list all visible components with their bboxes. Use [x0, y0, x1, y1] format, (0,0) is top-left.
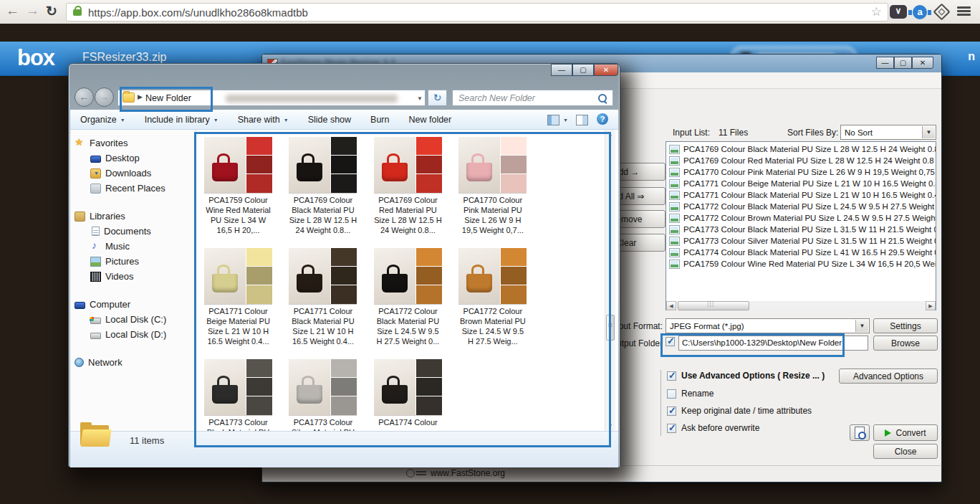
convert-button[interactable]: Convert: [873, 424, 938, 441]
pocket-icon[interactable]: ∨: [890, 5, 907, 19]
checkbox[interactable]: [667, 371, 676, 381]
file-list-row[interactable]: PCA1771 Colour Black Material PU Size L …: [667, 189, 936, 201]
sidebar-item[interactable]: Local Disk (D:): [70, 327, 196, 342]
url-text[interactable]: https://app.box.com/s/unudlkho286o8kmadt…: [88, 6, 308, 19]
scrollbar-thumb[interactable]: [606, 315, 615, 341]
explorer-forward-button[interactable]: →: [95, 87, 114, 107]
fs-maximize-button[interactable]: ▢: [894, 57, 912, 69]
explorer-close-button[interactable]: ✕: [594, 64, 618, 76]
checkbox[interactable]: [667, 389, 676, 399]
file-thumbnail[interactable]: PCA1773 Colour Black Material PU Size L …: [204, 359, 272, 431]
output-folder-field[interactable]: C:\Users\hp1000-1329\Desktop\New Folder: [678, 336, 868, 351]
advanced-options-button[interactable]: Advanced Options: [839, 369, 938, 384]
change-view-icon[interactable]: [547, 115, 559, 125]
output-format-dropdown[interactable]: JPEG Format (*.jpg) ▼: [666, 318, 870, 333]
sidebar-item[interactable]: Favorites: [70, 135, 196, 151]
sidebar-item[interactable]: Network: [70, 355, 196, 370]
preview-button[interactable]: [850, 424, 870, 441]
search-box[interactable]: Search New Folder: [452, 90, 613, 106]
refresh-button[interactable]: ↻: [428, 90, 447, 106]
sidebar-item[interactable]: Music: [70, 239, 196, 254]
explorer-maximize-button[interactable]: ▢: [572, 64, 594, 76]
file-thumbnail[interactable]: PCA1771 Colour Black Material PU Size L …: [289, 248, 357, 350]
sidebar-item[interactable]: Computer: [70, 297, 196, 312]
option-row[interactable]: Use Advanced Options ( Resize ... ): [667, 371, 825, 381]
scrollbar-thumb[interactable]: [678, 301, 749, 310]
scroll-down-icon[interactable]: ▼: [605, 421, 615, 431]
sidebar-item[interactable]: Downloads: [70, 166, 196, 181]
breadcrumb-arrow-icon[interactable]: ▶: [138, 93, 143, 100]
help-icon[interactable]: ?: [597, 113, 608, 125]
sidebar-item[interactable]: Recent Places: [70, 181, 196, 196]
chevron-down-icon[interactable]: ▼: [417, 95, 423, 102]
breadcrumb[interactable]: New Folder: [145, 93, 191, 103]
tag-icon[interactable]: [933, 3, 950, 20]
file-list-row[interactable]: PCA1772 Colour Black Material PU Size L …: [667, 201, 936, 212]
command-bar-item[interactable]: New folder ▼: [408, 115, 451, 125]
file-list-row[interactable]: PCA1759 Colour Wine Red Material PU Size…: [667, 258, 936, 270]
address-bar[interactable]: https://app.box.com/s/unudlkho286o8kmadt…: [66, 3, 888, 22]
browse-button[interactable]: Browse: [873, 336, 938, 351]
sidebar-item[interactable]: Local Disk (C:): [70, 312, 196, 327]
option-row[interactable]: Ask before overwrite: [667, 424, 759, 433]
option-row[interactable]: Rename: [667, 389, 714, 399]
file-list-row[interactable]: PCA1773 Colour Silver Material PU Size L…: [667, 235, 936, 247]
bookmark-star-icon[interactable]: ☆: [871, 4, 882, 19]
file-thumbnail[interactable]: PCA1772 Colour Black Material PU Size L …: [374, 248, 442, 350]
back-icon[interactable]: ←: [6, 3, 19, 19]
faststone-site-link[interactable]: www.FastStone.org: [431, 468, 505, 478]
file-list-row[interactable]: PCA1770 Colour Pink Material PU Size L 2…: [667, 166, 936, 178]
scroll-up-icon[interactable]: ▲: [605, 130, 615, 140]
box-logo[interactable]: box: [17, 45, 54, 71]
scroll-right-icon[interactable]: ▶: [926, 301, 936, 310]
file-thumbnail[interactable]: PCA1770 Colour Pink Material PU Size L 2…: [458, 137, 527, 239]
reload-icon[interactable]: ↻: [46, 3, 57, 19]
file-thumbnail[interactable]: PCA1771 Colour Beige Material PU Size L …: [204, 248, 272, 350]
header-nav-fragment[interactable]: n: [968, 50, 975, 63]
sidebar-item[interactable]: Videos: [70, 269, 196, 284]
scroll-left-icon[interactable]: ◀: [666, 301, 676, 310]
preview-pane-icon[interactable]: [576, 115, 588, 125]
file-thumbnail[interactable]: PCA1759 Colour Wine Red Material PU Size…: [204, 137, 272, 239]
command-bar-item[interactable]: Share with ▼: [238, 115, 289, 125]
vertical-scrollbar[interactable]: ▲ ▼: [605, 130, 615, 431]
output-folder-checkbox[interactable]: [666, 337, 675, 346]
sidebar-item[interactable]: Desktop: [70, 151, 196, 166]
command-bar-item[interactable]: Include in library ▼: [145, 115, 218, 125]
chevron-down-icon[interactable]: ▼: [563, 118, 568, 123]
file-thumbnail[interactable]: PCA1769 Colour Black Material PU Size L …: [289, 137, 357, 239]
command-bar-item[interactable]: Burn ▼: [370, 115, 389, 125]
checkbox[interactable]: [667, 406, 676, 416]
file-thumbnail[interactable]: PCA1769 Colour Red Material PU Size L 28…: [374, 137, 442, 239]
file-thumbnail[interactable]: PCA1773 Colour Silver Material PU Size L…: [289, 359, 357, 431]
sidebar-item[interactable]: Documents: [70, 224, 196, 239]
menu-icon[interactable]: [957, 6, 971, 16]
file-thumbnail[interactable]: PCA1774 Colour: [374, 359, 442, 431]
file-list-row[interactable]: PCA1774 Colour Black Material PU Size L …: [667, 247, 936, 258]
sidebar-item[interactable]: Pictures: [70, 254, 196, 269]
forward-icon[interactable]: →: [26, 3, 39, 19]
explorer-minimize-button[interactable]: —: [551, 64, 572, 76]
input-file-list[interactable]: PCA1769 Colour Black Material PU Size L …: [666, 141, 936, 310]
sidebar-item[interactable]: Libraries: [70, 209, 196, 224]
fs-close-button[interactable]: ✕: [912, 57, 933, 69]
list-horizontal-scrollbar[interactable]: ◀ ▶: [666, 301, 936, 310]
file-list-row[interactable]: PCA1771 Colour Beige Material PU Size L …: [667, 178, 936, 189]
file-list-row[interactable]: PCA1769 Colour Black Material PU Size L …: [667, 143, 936, 155]
option-row[interactable]: Keep original date / time attributes: [667, 406, 812, 416]
file-list-row[interactable]: PCA1769 Colour Red Material PU Size L 28…: [667, 155, 936, 166]
fs-minimize-button[interactable]: —: [876, 57, 894, 69]
settings-button[interactable]: Settings: [873, 318, 938, 333]
explorer-address-bar[interactable]: ▶ New Folder ▼: [117, 90, 426, 106]
https-lock-icon[interactable]: [73, 9, 82, 16]
file-list-row[interactable]: PCA1772 Colour Brown Material PU Size L …: [667, 212, 936, 224]
explorer-back-button[interactable]: ←: [75, 87, 94, 107]
command-bar-item[interactable]: Organize ▼: [80, 115, 125, 125]
close-button[interactable]: Close: [873, 444, 938, 459]
sort-dropdown[interactable]: No Sort ▼: [840, 125, 936, 140]
file-list-row[interactable]: PCA1773 Colour Black Material PU Size L …: [667, 224, 936, 235]
extension-a-icon[interactable]: a: [913, 5, 927, 19]
file-thumbnail[interactable]: PCA1772 Colour Brown Material PU Size L …: [458, 248, 527, 350]
command-bar-item[interactable]: Slide show ▼: [308, 115, 351, 125]
checkbox[interactable]: [667, 424, 676, 433]
